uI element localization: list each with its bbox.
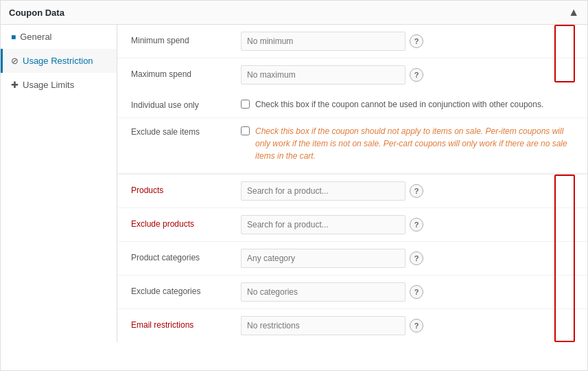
individual-use-checkbox[interactable] bbox=[241, 100, 250, 109]
sidebar-item-usage-restriction-label: Usage Restriction bbox=[23, 56, 93, 66]
sidebar-item-usage-restriction[interactable]: ⊘ Usage Restriction bbox=[1, 49, 117, 73]
products-field: ? bbox=[241, 181, 574, 201]
minimum-spend-help[interactable]: ? bbox=[410, 34, 423, 48]
minimum-spend-input[interactable] bbox=[241, 32, 405, 51]
maximum-spend-help[interactable]: ? bbox=[410, 68, 423, 82]
maximum-spend-input[interactable] bbox=[241, 65, 405, 85]
general-icon: ■ bbox=[11, 32, 16, 42]
exclude-sale-checkbox[interactable] bbox=[241, 126, 250, 135]
exclude-products-label: Exclude products bbox=[131, 215, 241, 229]
exclude-categories-input[interactable] bbox=[241, 282, 405, 302]
exclude-products-input[interactable] bbox=[241, 215, 405, 234]
minimum-spend-row: Minimum spend ? bbox=[117, 25, 587, 58]
panel-header: Coupon Data ▲ bbox=[1, 1, 587, 25]
panel-title: Coupon Data bbox=[9, 8, 64, 18]
toggle-icon[interactable]: ▲ bbox=[568, 6, 579, 19]
maximum-spend-row: Maximum spend ? bbox=[117, 58, 587, 91]
exclude-categories-row: Exclude categories ? bbox=[117, 276, 587, 309]
exclude-categories-help[interactable]: ? bbox=[410, 285, 423, 299]
email-restrictions-label: Email restrictions bbox=[131, 316, 241, 330]
product-categories-row: Product categories ? bbox=[117, 242, 587, 276]
sidebar-item-general-label: General bbox=[20, 32, 51, 42]
exclude-products-help[interactable]: ? bbox=[410, 218, 423, 232]
exclude-sale-row: Exclude sale items Check this box if the… bbox=[117, 118, 587, 174]
sidebar-item-general[interactable]: ■ General bbox=[1, 25, 117, 49]
exclude-products-row: Exclude products ? bbox=[117, 208, 587, 242]
products-input[interactable] bbox=[241, 181, 405, 201]
minimum-spend-label: Minimum spend bbox=[131, 32, 241, 45]
panel-body: ■ General ⊘ Usage Restriction ✚ Usage Li… bbox=[1, 25, 587, 342]
product-categories-input[interactable] bbox=[241, 249, 405, 268]
exclude-products-field: ? bbox=[241, 215, 574, 234]
individual-use-description: Check this box if the coupon cannot be u… bbox=[255, 98, 543, 111]
product-categories-label: Product categories bbox=[131, 249, 241, 262]
products-row: Products ? bbox=[117, 175, 587, 208]
exclude-sale-label: Exclude sale items bbox=[131, 125, 241, 137]
exclude-categories-field: ? bbox=[241, 282, 574, 302]
individual-use-label: Individual use only bbox=[131, 98, 241, 110]
coupon-panel: Coupon Data ▲ ■ General ⊘ Usage Restrict… bbox=[0, 0, 588, 371]
email-restrictions-help[interactable]: ? bbox=[410, 319, 423, 333]
products-label: Products bbox=[131, 181, 241, 195]
sidebar-item-usage-limits-label: Usage Limits bbox=[23, 80, 74, 90]
individual-use-row: Individual use only Check this box if th… bbox=[117, 91, 587, 118]
email-restrictions-row: Email restrictions ? bbox=[117, 309, 587, 342]
email-restrictions-input[interactable] bbox=[241, 316, 405, 335]
exclude-categories-label: Exclude categories bbox=[131, 282, 241, 296]
usage-limits-icon: ✚ bbox=[11, 80, 19, 90]
email-restrictions-field: ? bbox=[241, 316, 574, 335]
product-categories-help[interactable]: ? bbox=[410, 251, 423, 265]
products-section: Products ? Exclude products ? Product ca… bbox=[117, 174, 587, 342]
individual-use-field: Check this box if the coupon cannot be u… bbox=[241, 98, 574, 111]
maximum-spend-label: Maximum spend bbox=[131, 65, 241, 79]
sidebar: ■ General ⊘ Usage Restriction ✚ Usage Li… bbox=[1, 25, 117, 342]
product-categories-field: ? bbox=[241, 249, 574, 268]
maximum-spend-field: ? bbox=[241, 65, 574, 85]
usage-restriction-icon: ⊘ bbox=[11, 56, 19, 66]
exclude-sale-description: Check this box if the coupon should not … bbox=[255, 125, 574, 162]
exclude-sale-field: Check this box if the coupon should not … bbox=[241, 125, 574, 162]
main-content: Minimum spend ? Maximum spend ? Indivi bbox=[117, 25, 587, 342]
minimum-spend-field: ? bbox=[241, 32, 574, 51]
sidebar-item-usage-limits[interactable]: ✚ Usage Limits bbox=[1, 73, 117, 97]
spend-section: Minimum spend ? Maximum spend ? bbox=[117, 25, 587, 91]
products-help[interactable]: ? bbox=[410, 184, 423, 198]
